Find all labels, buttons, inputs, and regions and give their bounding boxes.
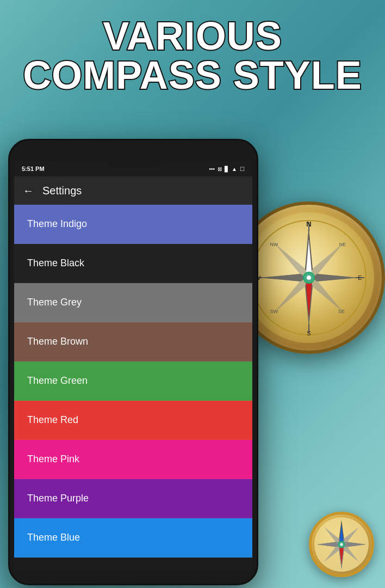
compass-small	[309, 512, 374, 577]
theme-item-indigo[interactable]: Theme Indigo	[14, 205, 252, 244]
status-icons: ••• ⊠ ▊ ▲ ☐	[209, 166, 245, 172]
theme-item-black[interactable]: Theme Black	[14, 244, 252, 283]
theme-item-purple[interactable]: Theme Purple	[14, 479, 252, 518]
compass-face: N S E W NE NW SE SW	[244, 212, 374, 343]
theme-item-grey[interactable]: Theme Grey	[14, 283, 252, 322]
alarm-icon: ⊠	[218, 166, 222, 172]
svg-text:E: E	[358, 274, 362, 281]
theme-item-blue[interactable]: Theme Blue	[14, 518, 252, 558]
theme-label-red: Theme Red	[27, 414, 78, 426]
phone-notch	[106, 161, 160, 168]
phone-wrapper: 5:51 PM ••• ⊠ ▊ ▲ ☐ ← Settings The	[8, 139, 258, 585]
theme-item-brown[interactable]: Theme Brown	[14, 322, 252, 362]
svg-marker-11	[312, 274, 358, 281]
svg-text:NW: NW	[270, 242, 278, 247]
svg-text:NE: NE	[339, 242, 346, 247]
settings-title: Settings	[42, 185, 82, 197]
compass-small-body	[309, 512, 374, 577]
svg-text:S: S	[307, 330, 311, 336]
theme-label-brown: Theme Brown	[27, 336, 88, 347]
theme-list: Theme IndigoTheme BlackTheme GreyTheme B…	[14, 205, 252, 570]
status-time: 5:51 PM	[22, 166, 45, 172]
app-bar: ← Settings	[14, 176, 252, 205]
theme-label-green: Theme Green	[27, 375, 88, 387]
title-line1: Various	[0, 16, 385, 56]
theme-label-pink: Theme Pink	[27, 454, 79, 465]
theme-item-red[interactable]: Theme Red	[14, 401, 252, 440]
title-area: Various Compass Style	[0, 16, 385, 95]
theme-label-black: Theme Black	[27, 258, 84, 269]
svg-point-20	[307, 275, 311, 280]
phone: 5:51 PM ••• ⊠ ▊ ▲ ☐ ← Settings The	[8, 139, 258, 585]
network-icon: ☐	[240, 166, 245, 172]
svg-text:SE: SE	[338, 309, 345, 314]
phone-screen: 5:51 PM ••• ⊠ ▊ ▲ ☐ ← Settings The	[14, 161, 252, 570]
wifi-icon: ▲	[232, 166, 237, 172]
svg-text:SW: SW	[270, 309, 278, 314]
theme-label-purple: Theme Purple	[27, 493, 89, 504]
theme-label-blue: Theme Blue	[27, 532, 80, 543]
compass-rose-large: N S E W NE NW SE SW	[249, 218, 369, 338]
battery-icon: ▊	[225, 166, 229, 172]
theme-item-pink[interactable]: Theme Pink	[14, 440, 252, 479]
theme-label-indigo: Theme Indigo	[27, 218, 87, 230]
svg-text:N: N	[306, 220, 311, 228]
svg-point-44	[340, 543, 343, 546]
back-button[interactable]: ←	[23, 185, 34, 197]
compass-rose-small	[312, 514, 371, 574]
theme-label-grey: Theme Grey	[27, 297, 82, 308]
title-line2: Compass Style	[0, 56, 385, 95]
signal-icon: •••	[209, 166, 215, 172]
svg-marker-15	[260, 274, 306, 281]
theme-item-green[interactable]: Theme Green	[14, 362, 252, 401]
